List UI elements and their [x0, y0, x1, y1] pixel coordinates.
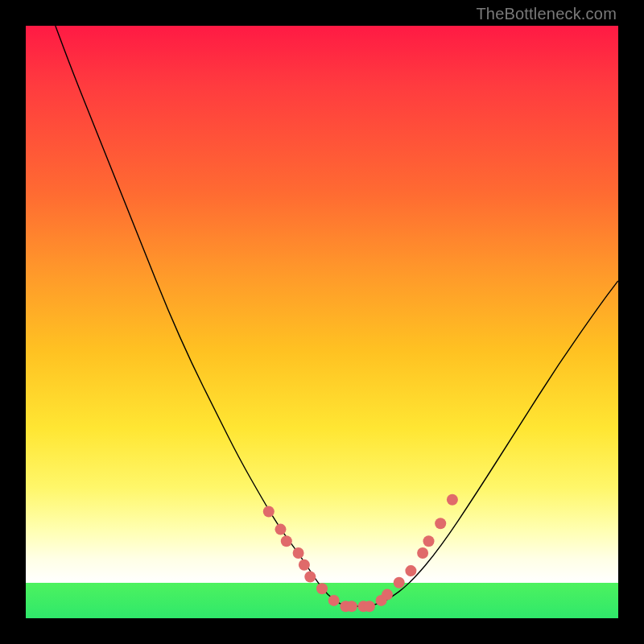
highlight-dot [447, 494, 458, 506]
highlight-dot [394, 577, 405, 588]
highlight-dot [281, 535, 292, 547]
highlight-dot [423, 535, 435, 547]
highlight-dot [417, 547, 428, 559]
highlight-dot [316, 583, 328, 594]
highlight-dot [299, 559, 310, 571]
highlight-dot [405, 565, 416, 576]
bottleneck-curve [56, 26, 618, 606]
highlight-dot [364, 601, 375, 612]
highlight-dot [304, 572, 316, 583]
highlight-dot [328, 595, 340, 606]
highlight-dots-group [263, 494, 458, 613]
highlight-dot [382, 589, 393, 601]
plot-area [26, 26, 618, 618]
watermark-text: TheBottleneck.com [476, 5, 617, 23]
highlight-dot [275, 524, 287, 535]
highlight-dot [263, 506, 275, 518]
chart-svg [26, 26, 618, 618]
highlight-dot [435, 518, 446, 529]
outer-black-frame: TheBottleneck.com [0, 0, 644, 644]
highlight-dot [293, 547, 304, 559]
highlight-dot [346, 601, 357, 612]
